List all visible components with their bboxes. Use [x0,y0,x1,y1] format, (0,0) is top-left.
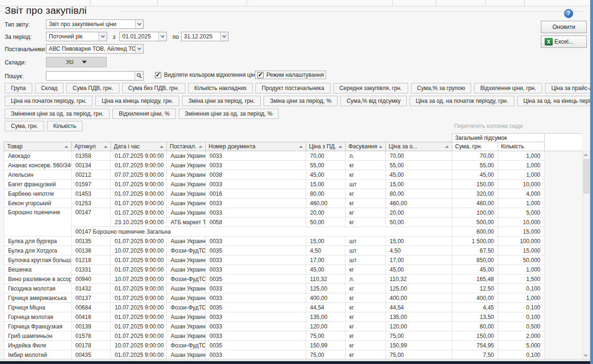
column-chip[interactable]: Зміна ціни за період, грн. [182,96,261,106]
column-chip[interactable]: Змінення ціни за од. за період, грн. [5,109,109,119]
vertical-scrollbar[interactable] [583,151,590,359]
column-chip[interactable]: Ціна на початок періоду, грн. [5,96,92,106]
table-cell: 50,000 [498,255,545,265]
chevron-down-icon[interactable] [158,32,166,41]
table-cell: 55,00 [386,161,452,170]
group-total-row[interactable]: 00147 Борошно пшеничне Загальна600,0015,… [4,227,582,237]
column-chip[interactable]: Кількість накладних [188,83,253,93]
table-row[interactable]: Авокадо0135801.07.2025 9:00:00Ашан Украи… [4,151,582,161]
date-to-select[interactable]: 31.12.2025 [181,32,228,41]
table-row[interactable]: Вешенка0133101.07.2025 9:00:00Ашан Украи… [4,265,582,274]
table-row[interactable]: Горчица молотая0041601.07.2025 9:00:00Аш… [4,312,582,322]
column-header-article[interactable]: Артикул [72,142,111,151]
table-cell: 7,50 [452,350,498,360]
table-cell: 00940 [72,274,111,284]
excel-button[interactable]: Excel... [541,36,587,48]
table-row[interactable]: Гірчиця Міцна0068410.07.2025 9:00:00Фозз… [4,303,582,312]
column-chip[interactable]: Ціна за од. на початок періоду, грн. [410,96,514,106]
column-header-docnumber[interactable]: Номер документа [206,142,306,151]
table-cell: Бекон угорський [4,199,72,208]
column-header-datetime[interactable]: Дата і час [111,142,167,151]
table-row[interactable]: Імбир молотий0043501.07.2025 9:00:00Ашан… [4,350,582,360]
table-cell [545,303,582,312]
column-chip[interactable]: Сума,% від підсумку [340,96,407,106]
table-cell: 0033 [206,284,306,293]
search-input[interactable] [46,72,135,80]
table-cell: 0033 [206,312,306,322]
column-chip[interactable]: Змінення ціни за од. за період, % [179,109,279,119]
column-chip[interactable]: Сума,% за групою [411,83,471,93]
column-chip[interactable]: Продукт постачальника [255,83,330,93]
column-header-price-unit[interactable]: Ціна за о... [386,142,452,151]
column-chip[interactable]: Ціна за од. на кінець періоду, грн. [517,96,593,106]
column-header-packing[interactable]: Фасування [346,142,386,151]
column-chip[interactable]: Відхилення ціни, % [112,109,175,119]
chevron-down-icon[interactable] [135,45,143,53]
table-cell: 17,00 [306,255,346,265]
table-cell: шт [346,237,386,246]
scrollbar-thumb[interactable] [584,159,589,193]
table-row[interactable]: Гвоздика молотая0143201.07.2025 9:00:00А… [4,284,582,293]
table-row[interactable]: Гриб шампиньон0157801.07.2025 9:00:00Аша… [4,331,582,341]
report-grid: Загальний підсумок Товар Артикул Дата і … [4,133,582,361]
column-chip[interactable]: Склад [35,83,64,93]
refresh-button[interactable]: Оновити [541,21,587,33]
column-chip[interactable]: Середня закупівля, грн. [333,83,408,93]
table-cell: Индейка Филе [4,341,72,350]
table-row[interactable]: Бекон угорський0125301.07.2025 9:00:00Аш… [4,199,582,208]
column-header-supplier[interactable]: Постачал... [167,142,206,151]
table-cell [545,170,582,180]
chevron-down-icon[interactable] [99,32,107,41]
column-chip[interactable]: Ціна за прайс-листом, грн. [545,83,593,93]
column-chip[interactable]: Зміна ціни за період, % [264,96,338,106]
stores-dropdown-button[interactable]: Усі [46,57,107,67]
table-cell: Фоззи-ФудТОВ ... [167,341,206,350]
scroll-up-icon[interactable] [583,151,590,158]
table-cell: 15,00 [386,180,452,189]
report-type-select[interactable]: Звіт про закупівельні ціни [46,19,144,29]
table-row[interactable]: Барбекю чипотле0145301.07.2025 9:00:00Аш… [4,189,582,199]
table-cell: кг [346,189,386,199]
table-row[interactable]: Ананас консерв. 560/3400013401.07.2025 9… [4,161,582,170]
table-row[interactable]: Булка для бургера0013501.07.2025 9:00:00… [4,237,582,246]
table-row[interactable]: Борошно пшеничне0014701.07.2025 9:00:00А… [4,208,582,218]
table-row[interactable]: Багет французкий0159701.07.2025 9:00:00А… [4,180,582,189]
help-icon[interactable]: ? [564,9,573,18]
column-chip[interactable]: Сума ПДВ, грн. [66,83,119,93]
table-cell: кг [346,199,386,208]
table-cell: 4,50 [306,246,346,255]
table-cell: 10.07.2025 9:00:00 [111,274,167,284]
column-chip[interactable]: Ціна на кінець періоду, грн. [95,96,179,106]
settings-checkbox[interactable] [257,72,264,78]
search-icon[interactable] [135,72,143,80]
suppliers-select[interactable]: АВС Пивоварня ТОВ, Айленд ТО... [46,44,144,54]
table-row[interactable]: Горчица Французкая0013901.07.2025 9:00:0… [4,322,582,331]
table-cell: 00139 [72,322,111,331]
chevron-down-icon[interactable] [220,32,228,41]
column-chip[interactable]: Відхилення ціни, грн. [474,83,542,93]
table-row[interactable]: Вино разливное в ассортименте0094010.07.… [4,274,582,284]
table-cell [545,265,582,274]
table-cell: Ашан Украина ... [167,208,206,218]
table-row[interactable]: Гірчиця американська0013701.07.2025 9:00… [4,293,582,303]
table-row[interactable]: Индейка Филе0017810.07.2025 9:00:00Фоззи… [4,341,582,350]
table-cell: 1,000 [498,199,545,208]
column-header-price-vat[interactable]: Ціна з ПД... [306,142,346,151]
chevron-down-icon[interactable] [135,20,143,28]
table-row[interactable]: Булка для Хотдога0013610.07.2025 9:00:00… [4,246,582,255]
column-chip[interactable]: Сума без ПДВ, грн. [122,83,185,93]
table-cell: 460,00 [386,199,452,208]
table-cell [545,208,582,218]
column-chip[interactable]: Сума, грн. [5,121,44,131]
highlight-checkbox[interactable] [155,72,161,78]
table-cell: кг [346,341,386,350]
report-type-label: Тип звіту: [5,21,30,28]
column-chip[interactable]: Кількість [47,121,82,131]
scroll-down-icon[interactable] [583,352,590,359]
date-from-select[interactable]: 01.01.2025 [119,32,167,41]
column-chip[interactable]: Група [5,83,32,93]
table-row[interactable]: Апельсин0021207.07.2025 9:00:00Ашан Укра… [4,170,582,180]
column-header-product[interactable]: Товар [4,142,72,151]
table-row[interactable]: Булочка круглая большая с ку...0121801.0… [4,255,582,265]
period-select[interactable]: Поточний рік [46,32,107,41]
